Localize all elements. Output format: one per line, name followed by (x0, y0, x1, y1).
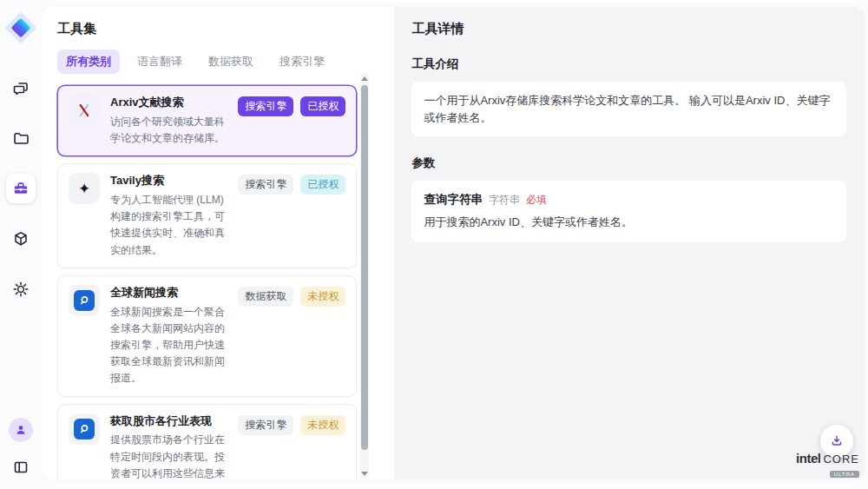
scroll-down-arrow-icon[interactable] (361, 472, 368, 476)
rail-item-folder[interactable] (6, 123, 36, 153)
toolbox-icon (12, 180, 30, 197)
category-badge: 搜索引擎 (238, 96, 293, 116)
page-title: 工具集 (57, 21, 357, 37)
tool-card-arxiv[interactable]: Arxiv文献搜索 访问各个研究领域大量科学论文和文章的存储库。 搜索引擎 已授… (57, 85, 357, 156)
app-logo (8, 15, 34, 41)
tool-description: 提供股票市场各个行业在特定时间段内的表现。投资者可以利用这些信息来识别表现优于或… (110, 432, 227, 479)
param-required-flag: 必填 (526, 193, 547, 208)
tool-card-global-news[interactable]: 全球新闻搜索 全球新闻搜索是一个聚合全球各大新闻网站内容的搜索引擎，帮助用户快速… (57, 275, 357, 397)
intro-card: 一个用于从Arxiv存储库搜索科学论文和文章的工具。 输入可以是Arxiv ID… (411, 82, 846, 136)
tool-name: Tavily搜索 (110, 173, 227, 189)
tab-data-fetch[interactable]: 数据获取 (200, 50, 262, 74)
params-heading: 参数 (411, 155, 846, 171)
tool-name: Arxiv文献搜索 (110, 95, 227, 111)
tool-list: Arxiv文献搜索 访问各个研究领域大量科学论文和文章的存储库。 搜索引擎 已授… (57, 85, 357, 479)
category-tabs: 所有类别 语言翻译 数据获取 搜索引擎 (57, 50, 357, 74)
tool-card-sector-performance[interactable]: 获取股市各行业表现 提供股票市场各个行业在特定时间段内的表现。投资者可以利用这些… (57, 404, 357, 479)
scroll-up-arrow-icon[interactable] (361, 76, 368, 81)
core-logo-text: CORE (823, 453, 859, 465)
rail-item-toolbox[interactable] (6, 174, 36, 203)
auth-status-badge: 未授权 (300, 287, 345, 307)
tool-description: 访问各个研究领域大量科学论文和文章的存储库。 (110, 114, 227, 147)
folder-icon (12, 129, 30, 147)
category-badge: 搜索引擎 (238, 175, 293, 195)
rail-item-chat[interactable] (6, 73, 36, 102)
param-type: 字符串 (489, 193, 520, 208)
param-description: 用于搜索的Arxiv ID、关键字或作者姓名。 (424, 214, 834, 231)
tool-description: 全球新闻搜索是一个聚合全球各大新闻网站内容的搜索引擎，帮助用户快速获取全球最新资… (110, 304, 227, 387)
auth-status-badge: 已授权 (300, 96, 345, 116)
auth-status-badge: 已授权 (300, 175, 345, 195)
tab-language-translation[interactable]: 语言翻译 (128, 50, 191, 74)
param-card: 查询字符串 字符串 必填 用于搜索的Arxiv ID、关键字或作者姓名。 (411, 181, 846, 242)
cube-icon (12, 230, 30, 248)
tab-all-categories[interactable]: 所有类别 (57, 50, 120, 74)
tool-name: 全球新闻搜索 (110, 285, 227, 301)
news-search-icon (74, 419, 95, 439)
auth-status-badge: 未授权 (300, 415, 345, 435)
tool-name: 获取股市各行业表现 (110, 413, 227, 430)
rail-item-cube[interactable] (6, 224, 36, 254)
tool-description: 专为人工智能代理 (LLM) 构建的搜索引擎工具，可快速提供实时、准确和真实的结… (110, 192, 227, 259)
user-icon (14, 423, 28, 437)
tool-detail-panel: 工具详情 工具介绍 一个用于从Arxiv存储库搜索科学论文和文章的工具。 输入可… (394, 7, 864, 479)
user-avatar[interactable] (9, 418, 33, 442)
tool-card-tavily[interactable]: ✦ Tavily搜索 专为人工智能代理 (LLM) 构建的搜索引擎工具，可快速提… (57, 163, 357, 268)
intel-logo-text: intel (796, 452, 820, 465)
category-badge: 搜索引擎 (238, 415, 293, 435)
panel-layout-icon (12, 459, 30, 476)
ultra-badge: ULTRA (830, 471, 859, 478)
tab-search-engine[interactable]: 搜索引擎 (271, 50, 333, 74)
left-rail (0, 0, 42, 489)
arxiv-x-icon (69, 95, 100, 126)
collapse-panel-button[interactable] (6, 453, 36, 482)
main-content: 工具集 所有类别 语言翻译 数据获取 搜索引擎 Arxiv文献搜索 访问各个研究… (42, 7, 864, 479)
intro-heading: 工具介绍 (411, 56, 846, 72)
scrollbar-thumb[interactable] (361, 85, 368, 450)
category-badge: 数据获取 (238, 287, 293, 307)
param-name: 查询字符串 (424, 192, 483, 208)
chat-icon (12, 79, 30, 96)
list-scrollbar[interactable] (360, 73, 369, 479)
news-search-icon (74, 290, 95, 311)
detail-title: 工具详情 (411, 21, 846, 37)
gear-icon (12, 281, 30, 298)
download-icon (829, 433, 845, 449)
tool-list-panel: 工具集 所有类别 语言翻译 数据获取 搜索引擎 Arxiv文献搜索 访问各个研究… (42, 7, 394, 479)
sparkle-icon: ✦ (69, 173, 100, 204)
intel-core-logo: intel CORE ULTRA (796, 452, 859, 479)
rail-item-settings[interactable] (6, 274, 36, 304)
